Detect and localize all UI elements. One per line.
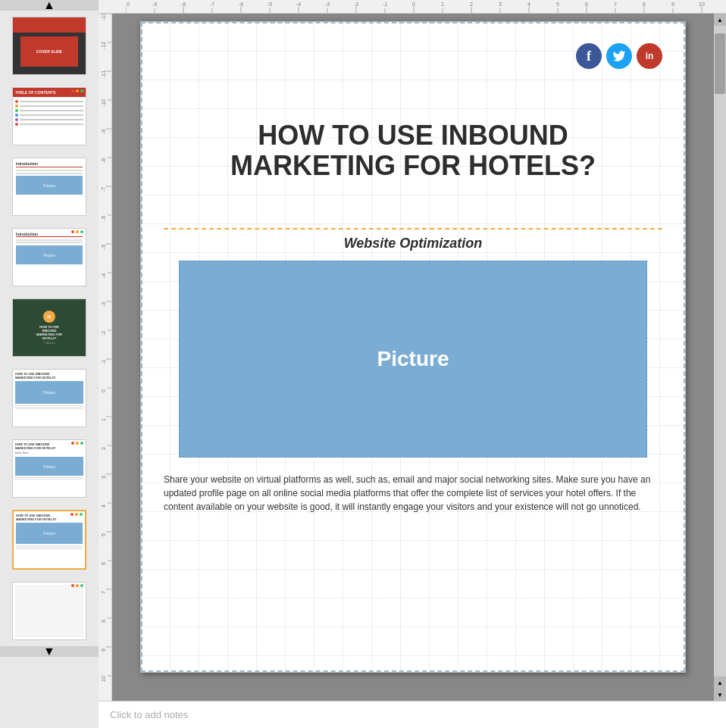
svg-text:8: 8 (101, 620, 106, 623)
ruler-top: -10 -9 -8 -7 -6 -5 -4 -3 -2 -1 0 1 2 3 4… (99, 0, 726, 14)
right-scrollbar: ▲ ▲ ▼ (714, 14, 726, 701)
svg-text:-8: -8 (181, 2, 186, 7)
svg-text:-10: -10 (126, 2, 130, 7)
slide-thumb-6[interactable]: HOW TO USE INBOUNDMARKETING FOR HOTELS? … (12, 369, 86, 427)
slide-thumb-2[interactable]: TABLE OF CONTENTS (12, 87, 86, 145)
svg-text:1: 1 (441, 2, 444, 7)
sidebar-scroll-up[interactable]: ▲ (0, 0, 99, 11)
slide-thumb-1[interactable]: COVER SLIDE (12, 17, 86, 75)
svg-text:-9: -9 (152, 2, 157, 7)
thumb5-main-title: HOW TO USEINBOUNDMARKETING FORHOTELS? (36, 325, 62, 341)
ruler-left: -13 -12 -11 -10 -9 -8 -7 -6 -5 -4 -3 -2 … (99, 14, 112, 701)
svg-text:-11: -11 (101, 70, 106, 78)
thumb5-subtitle: © SlidesCo (43, 342, 55, 345)
slide-canvas: f in HOW TO USE INBOUND MARKETING FOR HO… (140, 21, 686, 673)
slide-body-text: Share your website on virtual platforms … (164, 473, 662, 514)
thumb3-picture-label: Picture (43, 183, 55, 188)
content-with-ruler: -13 -12 -11 -10 -9 -8 -7 -6 -5 -4 -3 -2 … (99, 14, 726, 701)
svg-text:-1: -1 (101, 360, 106, 364)
svg-text:7: 7 (101, 591, 106, 594)
slide-thumb-9[interactable] (12, 582, 86, 640)
svg-text:-7: -7 (210, 2, 214, 7)
svg-text:5: 5 (101, 533, 106, 536)
thumb6-title: HOW TO USE INBOUNDMARKETING FOR HOTELS? (15, 372, 83, 380)
scroll-down-button-2[interactable]: ▼ (714, 689, 726, 701)
scroll-up-button[interactable]: ▲ (714, 14, 726, 26)
svg-text:4: 4 (527, 2, 530, 7)
slide-panel: ▲ 1 COVER SLIDE 2 TABLE OF CONTENTS (0, 0, 99, 728)
svg-text:-7: -7 (101, 187, 106, 192)
linkedin-icon[interactable]: in (637, 43, 662, 69)
thumb3-title: Introduction (16, 161, 83, 167)
svg-text:6: 6 (585, 2, 588, 7)
svg-text:10: 10 (101, 676, 106, 682)
thumb7-picture-label: Picture (43, 464, 55, 469)
svg-text:8: 8 (643, 2, 646, 7)
svg-text:-12: -12 (101, 42, 106, 49)
svg-text:-2: -2 (354, 2, 358, 7)
svg-text:6: 6 (101, 562, 106, 565)
thumb2-title: TABLE OF CONTENTS (15, 90, 56, 95)
picture-label: Picture (377, 347, 449, 371)
slide-canvas-area[interactable]: f in HOW TO USE INBOUND MARKETING FOR HO… (112, 14, 714, 701)
slide-thumb-5[interactable]: HI HOW TO USEINBOUNDMARKETING FORHOTELS?… (12, 298, 86, 357)
orange-divider-line (164, 228, 662, 230)
svg-text:1: 1 (101, 418, 106, 421)
svg-text:4: 4 (101, 505, 106, 508)
slide-thumb-8[interactable]: HOW TO USE INBOUNDMARKETING FOR HOTELS? … (12, 510, 86, 570)
svg-text:3: 3 (499, 2, 502, 7)
svg-text:2: 2 (101, 447, 106, 450)
svg-text:-6: -6 (239, 2, 243, 7)
notes-placeholder: Click to add notes (110, 709, 188, 720)
slide-thumb-7[interactable]: HOW TO USE INBOUNDMARKETING FOR HOTELS? … (12, 439, 86, 498)
twitter-icon[interactable] (606, 43, 632, 69)
scroll-down-button-1[interactable]: ▲ (714, 676, 726, 689)
notes-area[interactable]: Click to add notes (99, 701, 726, 728)
thumb6-picture-label: Picture (43, 390, 55, 395)
svg-text:-4: -4 (296, 2, 301, 7)
svg-text:0: 0 (101, 389, 106, 392)
sidebar-scroll-down[interactable]: ▼ (0, 646, 99, 657)
facebook-icon[interactable]: f (576, 43, 602, 69)
svg-text:-4: -4 (101, 273, 106, 278)
svg-text:-10: -10 (101, 99, 106, 107)
svg-text:9: 9 (101, 648, 106, 651)
svg-text:5: 5 (556, 2, 559, 7)
slide-thumb-4[interactable]: Introduction Picture (12, 228, 86, 286)
svg-text:-5: -5 (268, 2, 272, 7)
svg-text:7: 7 (614, 2, 617, 7)
picture-placeholder[interactable]: Picture (179, 261, 647, 458)
svg-text:-9: -9 (101, 130, 106, 134)
svg-text:-3: -3 (325, 2, 330, 7)
scrollbar-track[interactable] (714, 26, 726, 676)
slide-thumb-3[interactable]: Introduction Picture (12, 158, 86, 216)
svg-text:-1: -1 (383, 2, 387, 7)
svg-text:-3: -3 (101, 302, 106, 307)
svg-text:10: 10 (699, 2, 705, 7)
social-icons-group: f in (576, 43, 662, 69)
scrollbar-thumb[interactable] (715, 33, 725, 94)
svg-text:-6: -6 (101, 216, 106, 220)
svg-text:9: 9 (671, 2, 674, 7)
svg-text:-5: -5 (101, 245, 106, 249)
svg-text:3: 3 (101, 476, 106, 479)
slide-main-title: HOW TO USE INBOUND MARKETING FOR HOTELS? (164, 120, 662, 180)
svg-text:-8: -8 (101, 158, 106, 163)
svg-text:0: 0 (412, 2, 415, 7)
thumb4-picture-label: Picture (43, 253, 55, 258)
main-area: -10 -9 -8 -7 -6 -5 -4 -3 -2 -1 0 1 2 3 4… (99, 0, 726, 728)
slide-subtitle: Website Optimization (164, 236, 662, 252)
svg-text:-13: -13 (101, 14, 106, 20)
thumb7-subtitle: Author Name (15, 451, 83, 455)
thumb8-picture-label: Picture (43, 531, 55, 536)
svg-text:2: 2 (470, 2, 473, 7)
svg-text:-2: -2 (101, 331, 106, 336)
